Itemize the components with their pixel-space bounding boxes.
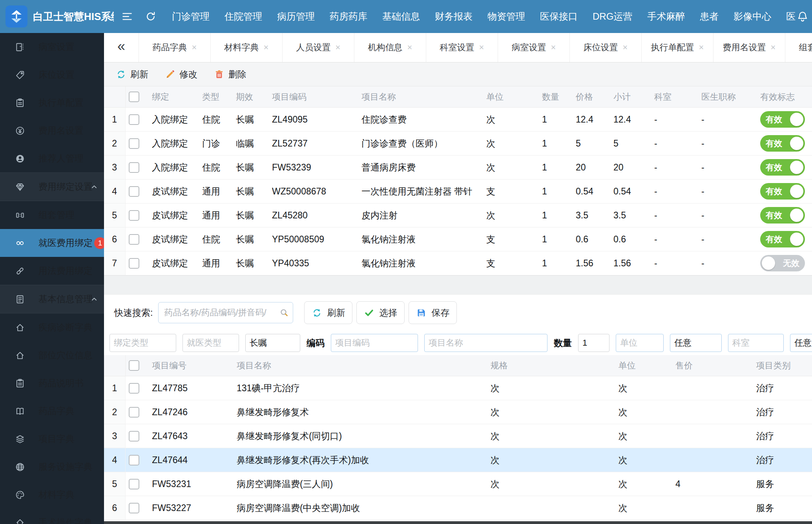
row-checkbox[interactable]	[129, 210, 139, 221]
table-row[interactable]: 3ZL47643鼻继发畸形修复术(同切口)次次治疗	[104, 424, 812, 448]
delete-button[interactable]: 删除	[214, 68, 246, 81]
tab-close-icon[interactable]: ×	[623, 43, 628, 52]
tab-close-icon[interactable]: ×	[264, 43, 269, 52]
row-checkbox[interactable]	[129, 162, 139, 173]
top-menu-item-13[interactable]: 医	[786, 10, 796, 23]
tab-4[interactable]: 机构信息×	[354, 33, 426, 62]
top-menu-item-11[interactable]: 患者	[700, 10, 719, 23]
filter-dept-any[interactable]: 任意	[670, 334, 722, 352]
tab-close-icon[interactable]: ×	[551, 43, 556, 52]
tab-1[interactable]: 药品字典×	[139, 33, 211, 62]
tab-6[interactable]: 病室设置×	[498, 33, 570, 62]
bottom-scrollbar[interactable]	[104, 521, 812, 524]
tab-close-icon[interactable]: ×	[336, 43, 341, 52]
select-all-checkbox[interactable]	[129, 360, 139, 371]
sidebar-item-18[interactable]: 手术操作字典	[0, 509, 104, 524]
table-row[interactable]: 1入院绑定住院长嘱ZL49095住院诊查费次112.412.4--有效	[104, 108, 812, 132]
top-menu-item-10[interactable]: 手术麻醉	[647, 10, 685, 23]
sidebar-item-11[interactable]: 疾病诊断字典	[0, 313, 104, 341]
sidebar-item-3[interactable]: 执行单配置	[0, 89, 104, 117]
row-checkbox[interactable]	[129, 503, 139, 513]
bell-icon[interactable]	[796, 10, 809, 23]
tab-8[interactable]: 执行单配置×	[642, 33, 713, 62]
tab-10[interactable]: 组套管理×	[785, 33, 812, 62]
tab-5[interactable]: 科室设置×	[426, 33, 498, 62]
tab-2[interactable]: 材料字典×	[211, 33, 283, 62]
filter-item-name[interactable]	[424, 334, 547, 352]
refresh-button[interactable]: 刷新	[304, 301, 352, 324]
filter-dept[interactable]	[728, 334, 784, 352]
row-checkbox[interactable]	[129, 431, 139, 442]
status-toggle[interactable]: 有效	[760, 159, 805, 176]
row-checkbox[interactable]	[129, 407, 139, 418]
table-row[interactable]: 4ZL47644鼻继发畸形修复术(再次手术)加收次次治疗	[104, 448, 812, 472]
filter-item-code[interactable]	[331, 334, 418, 352]
save-button[interactable]: 保存	[409, 301, 457, 324]
table-row[interactable]: 7皮试绑定通用长嘱YP40335氯化钠注射液支11.561.56--无效	[104, 251, 812, 275]
tab-close-icon[interactable]: ×	[699, 43, 704, 52]
table-row[interactable]: 5FW53231病房空调降温费(三人间)次次4服务	[104, 472, 812, 496]
table-row[interactable]: 2入院绑定门诊临嘱ZL52737门诊诊查费（医师）次155--有效	[104, 132, 812, 156]
filter-bind-type[interactable]	[109, 334, 176, 352]
sidebar-item-1[interactable]: 病室设置	[0, 33, 104, 61]
tab-close-icon[interactable]: ×	[771, 43, 776, 52]
status-toggle[interactable]: 有效	[760, 231, 805, 247]
tab-3[interactable]: 人员设置×	[283, 33, 354, 62]
top-menu-item-1[interactable]: 门诊管理	[172, 10, 210, 23]
filter-period[interactable]: 长嘱	[245, 334, 300, 352]
filter-visit-type[interactable]	[182, 334, 239, 352]
table-row[interactable]: 4皮试绑定通用长嘱WZ50008678一次性使用无菌注射器 带针支10.540.…	[104, 180, 812, 203]
chevron-up-icon[interactable]	[90, 295, 99, 304]
sidebar-item-17[interactable]: 材料字典	[0, 481, 104, 509]
status-toggle[interactable]: 有效	[760, 207, 805, 224]
sidebar-item-16[interactable]: 服务设施字典	[0, 453, 104, 481]
top-menu-item-6[interactable]: 财务报表	[435, 10, 473, 23]
status-toggle[interactable]: 无效	[760, 255, 805, 271]
tab-7[interactable]: 床位设置×	[570, 33, 642, 62]
top-menu-item-7[interactable]: 物资管理	[487, 10, 525, 23]
top-menu-item-9[interactable]: DRG运营	[593, 10, 632, 23]
sidebar-item-8[interactable]: 就医费用绑定1	[0, 229, 104, 257]
collapse-tabs-button[interactable]: «	[104, 33, 139, 62]
status-toggle[interactable]: 有效	[760, 111, 805, 128]
tab-9[interactable]: 费用名设置×	[713, 33, 785, 62]
table-row[interactable]: 1ZL47785131碘-甲亢治疗次次治疗	[104, 376, 812, 400]
row-checkbox[interactable]	[129, 258, 139, 269]
top-menu-item-3[interactable]: 病历管理	[277, 10, 315, 23]
tab-close-icon[interactable]: ×	[479, 43, 484, 52]
tab-close-icon[interactable]: ×	[192, 43, 197, 52]
sidebar-item-2[interactable]: 床位设置	[0, 61, 104, 89]
table-row[interactable]: 6FW53227病房空调降温费(中央空调)加收次服务	[104, 496, 812, 520]
row-checkbox[interactable]	[129, 455, 139, 465]
sidebar-item-10[interactable]: 基本信息管理	[0, 285, 104, 313]
refresh-button[interactable]: 刷新	[116, 68, 148, 81]
top-menu-item-2[interactable]: 住院管理	[224, 10, 262, 23]
select-all-checkbox[interactable]	[129, 92, 139, 102]
sidebar-item-9[interactable]: 用法费用绑定	[0, 257, 104, 285]
sidebar-item-4[interactable]: 费用名设置	[0, 117, 104, 145]
row-checkbox[interactable]	[129, 186, 139, 197]
top-menu-item-8[interactable]: 医保接口	[540, 10, 578, 23]
sidebar-item-6[interactable]: 费用绑定设置	[0, 172, 104, 201]
filter-unit[interactable]	[616, 334, 664, 352]
chevron-up-icon[interactable]	[90, 183, 99, 191]
magnifier-icon[interactable]	[279, 308, 289, 318]
sidebar-item-7[interactable]: 组套管理	[0, 201, 104, 229]
top-menu-item-12[interactable]: 影像中心	[734, 10, 771, 23]
row-checkbox[interactable]	[129, 383, 139, 394]
sidebar-item-13[interactable]: 药品说明书	[0, 369, 104, 397]
sidebar-item-12[interactable]: 部位穴位信息	[0, 341, 104, 369]
filter-title-any[interactable]: 任意	[790, 334, 812, 352]
row-checkbox[interactable]	[129, 114, 139, 125]
top-menu-item-5[interactable]: 基础信息	[382, 10, 420, 23]
status-toggle[interactable]: 有效	[760, 135, 805, 152]
table-row[interactable]: 6皮试绑定住院长嘱YP50008509氯化钠注射液支10.60.6--有效	[104, 227, 812, 251]
refresh-icon[interactable]	[144, 10, 157, 23]
sidebar-item-14[interactable]: 药品字典	[0, 397, 104, 425]
row-checkbox[interactable]	[129, 479, 139, 489]
select-button[interactable]: 选择	[356, 301, 405, 324]
row-checkbox[interactable]	[129, 138, 139, 149]
tab-close-icon[interactable]: ×	[407, 43, 412, 52]
filter-qty[interactable]	[578, 334, 609, 352]
table-row[interactable]: 5皮试绑定通用长嘱ZL45280皮内注射次13.53.5--有效	[104, 203, 812, 227]
